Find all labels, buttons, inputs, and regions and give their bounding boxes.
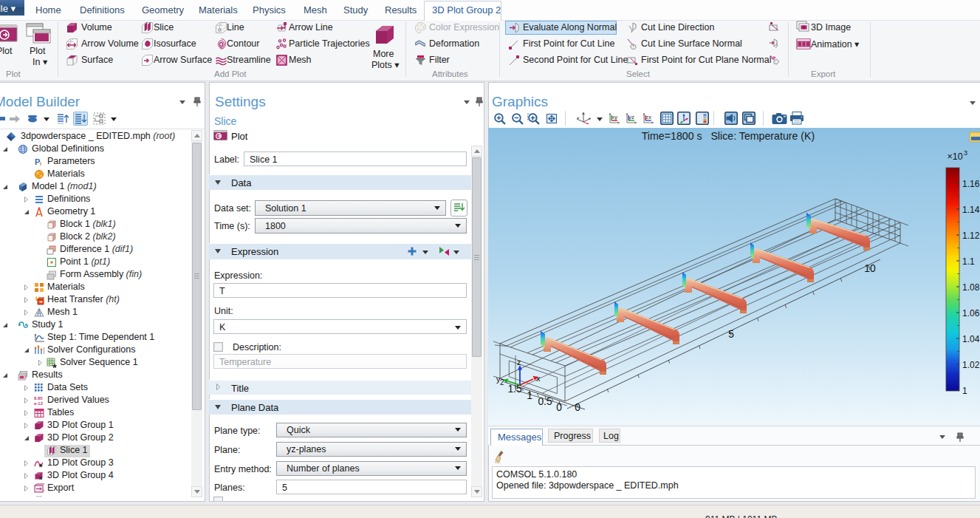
- svg-text:×10: ×10: [947, 151, 962, 162]
- svg-text:3: 3: [964, 149, 967, 157]
- svg-text:1.06: 1.06: [962, 308, 980, 318]
- svg-text:1.02: 1.02: [962, 360, 980, 370]
- svg-text:0.5: 0.5: [538, 396, 552, 407]
- svg-text:yz: yz: [628, 114, 634, 120]
- svg-text:5: 5: [728, 329, 734, 340]
- svg-text:0: 0: [556, 402, 562, 413]
- svg-text:e-12: e-12: [34, 401, 44, 406]
- svg-text:1.04: 1.04: [962, 334, 980, 344]
- svg-text:10: 10: [864, 263, 876, 274]
- svg-text:1.1: 1.1: [962, 256, 975, 267]
- svg-text:z: z: [517, 358, 521, 367]
- svg-text:i: i: [40, 160, 41, 167]
- svg-text:1: 1: [527, 390, 532, 401]
- svg-text:1.5: 1.5: [507, 384, 522, 395]
- svg-text:x: x: [536, 374, 541, 383]
- svg-text:1: 1: [962, 386, 967, 396]
- svg-text:1.12: 1.12: [962, 231, 980, 241]
- svg-text:xy: xy: [611, 114, 617, 120]
- svg-text:zx: zx: [645, 114, 651, 120]
- svg-text:2: 2: [500, 378, 504, 386]
- svg-text:Time=1800 s Slice: Temperatu: Time=1800 s Slice: Temperature (K): [642, 130, 815, 142]
- svg-text:1.16: 1.16: [962, 179, 980, 189]
- svg-text:8.85: 8.85: [34, 396, 43, 401]
- svg-text:1.08: 1.08: [962, 282, 980, 293]
- svg-text:1.14: 1.14: [962, 205, 980, 215]
- svg-text:0: 0: [575, 402, 580, 413]
